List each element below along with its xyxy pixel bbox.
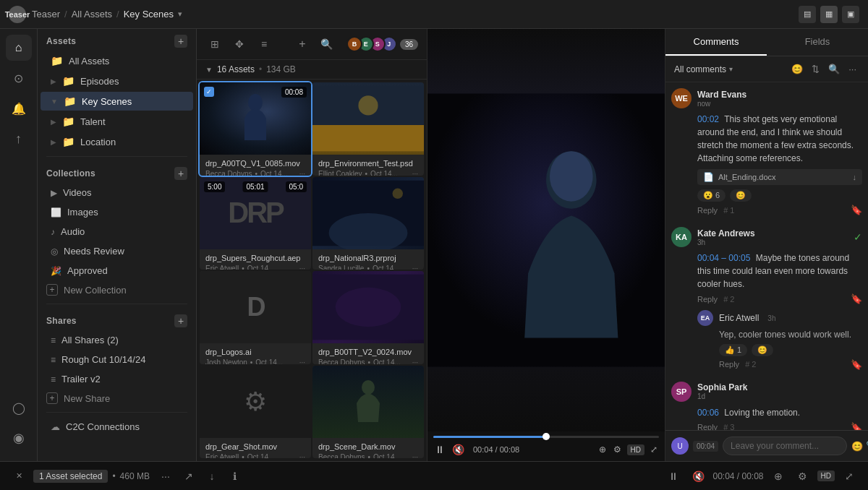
tab-fields[interactable]: Fields: [767, 29, 868, 56]
add-shares-btn[interactable]: +: [174, 314, 187, 327]
settings-status-btn[interactable]: ⚙: [793, 466, 813, 486]
comment-input-field[interactable]: [723, 437, 847, 455]
new-share-btn[interactable]: + New Share: [38, 389, 196, 408]
reaction-btn-1[interactable]: 😮 6: [697, 189, 726, 202]
mute-status-btn[interactable]: 🔇: [688, 466, 708, 486]
search-comments-btn[interactable]: 🔍: [825, 62, 843, 76]
tab-comments[interactable]: Comments: [665, 29, 767, 56]
sidebar-item-rough-cut[interactable]: ≡ Rough Cut 10/14/24: [41, 351, 193, 369]
asset-checkbox-1[interactable]: ✓: [204, 87, 214, 97]
share-status-btn[interactable]: ↗: [179, 466, 199, 486]
asset-thumb-4: [312, 177, 424, 249]
add-asset-btn[interactable]: +: [293, 35, 312, 53]
sidebar-item-location[interactable]: ▶ 📁 Location: [41, 132, 193, 151]
icon-bar: ⌂ ⊙ 🔔 ↑ ◯ ◉: [0, 29, 38, 461]
comment-2-bookmark[interactable]: 🔖: [851, 293, 862, 304]
quality-badge[interactable]: HD: [627, 444, 644, 455]
video-progress[interactable]: [433, 436, 659, 438]
home-nav-btn[interactable]: ⌂: [6, 35, 32, 61]
sidebar-item-key-scenes[interactable]: ▼ 📁 Key Scenes: [41, 92, 193, 111]
mute-btn[interactable]: 🔇: [451, 442, 466, 457]
upload-nav-btn[interactable]: ↑: [6, 126, 32, 152]
sidebar-item-images[interactable]: ⬜ Images: [41, 203, 193, 221]
asset-card-2[interactable]: drp_Environment_Test.psd Elliot Coakley …: [312, 82, 424, 176]
asset-more-1[interactable]: ···: [299, 170, 305, 176]
breadcrumb-all-assets[interactable]: All Assets: [72, 9, 112, 20]
move-btn[interactable]: ✥: [230, 35, 249, 53]
new-collection-btn[interactable]: + New Collection: [38, 280, 196, 299]
sidebar-item-talent[interactable]: ▶ 📁 Talent: [41, 112, 193, 131]
comment-2-timecode[interactable]: 00:04 – 00:05: [697, 253, 750, 263]
sidebar-item-trailer[interactable]: ≡ Trailer v2: [41, 370, 193, 388]
fullscreen-btn[interactable]: ⤢: [649, 443, 659, 456]
sidebar-item-audio[interactable]: ♪ Audio: [41, 223, 193, 241]
download-icon[interactable]: ↓: [853, 173, 857, 181]
add-collections-btn[interactable]: +: [174, 167, 187, 180]
reply-btn-2[interactable]: Reply: [697, 295, 718, 304]
marker-status-btn[interactable]: ⊕: [768, 466, 788, 486]
emoji-input-btn[interactable]: 😊: [851, 441, 863, 452]
close-selection-btn[interactable]: ✕: [9, 466, 29, 486]
add-reaction-btn-1[interactable]: 😊: [730, 189, 752, 202]
comment-1-bookmark[interactable]: 🔖: [851, 205, 862, 215]
more-comments-btn[interactable]: ···: [846, 62, 859, 76]
search-nav-btn[interactable]: ⊙: [6, 65, 32, 91]
asset-more-5[interactable]: ···: [299, 358, 305, 364]
comment-3-bookmark[interactable]: 🔖: [851, 422, 862, 430]
add-assets-btn[interactable]: +: [174, 35, 187, 48]
asset-more-6[interactable]: ···: [412, 358, 418, 364]
download-status-btn[interactable]: ↓: [202, 466, 222, 486]
comment-3-header: SP Sophia Park 1d: [671, 382, 862, 402]
comment-1-timecode[interactable]: 00:02: [697, 114, 719, 124]
grid-view-btn[interactable]: ⊞: [205, 35, 224, 53]
sidebar-item-episodes[interactable]: ▶ 📁 Episodes: [41, 72, 193, 90]
sidebar-item-c2c[interactable]: ☁ C2C Connections: [41, 418, 193, 436]
asset-card-7[interactable]: ⚙ drp_Gear_Shot.mov Eric Atwell • Oct 14…: [200, 366, 311, 459]
asset-card-5[interactable]: D drp_Logos.ai Josh Newton • Oct 14... ·…: [200, 271, 311, 364]
info-status-btn[interactable]: ℹ: [225, 466, 245, 486]
asset-more-7[interactable]: ···: [299, 453, 305, 459]
asset-more-8[interactable]: ···: [412, 453, 418, 459]
reply-reply-btn-1[interactable]: Reply: [719, 360, 739, 369]
sidebar-item-needs-review[interactable]: ◎ Needs Review: [41, 242, 193, 260]
reply-1-bookmark[interactable]: 🔖: [851, 359, 862, 370]
search-btn[interactable]: 🔍: [318, 35, 336, 53]
breadcrumb-teaser[interactable]: Teaser: [32, 9, 60, 20]
comment-3-timecode[interactable]: 00:06: [697, 408, 719, 418]
reply-add-reaction-1[interactable]: 😊: [752, 344, 773, 356]
view-toggle-1[interactable]: ▤: [799, 6, 816, 23]
more-status-btn[interactable]: ···: [156, 466, 176, 486]
play-status-btn[interactable]: ⏸: [663, 466, 684, 486]
asset-card-3[interactable]: 5:00 05:01 05:0 DRP drp_Supers_Roughcut.…: [200, 177, 311, 270]
breadcrumb-chevron[interactable]: ▾: [178, 9, 182, 19]
sidebar-item-approved[interactable]: 🎉 Approved: [41, 262, 193, 280]
asset-more-4[interactable]: ···: [412, 265, 418, 270]
asset-more-2[interactable]: ···: [412, 170, 418, 176]
sidebar-item-videos[interactable]: ▶ Videos: [41, 184, 193, 202]
sidebar-item-all-assets[interactable]: 📁 All Assets: [41, 51, 193, 70]
emoji-btn[interactable]: 😊: [788, 62, 806, 76]
add-marker-btn[interactable]: ⊕: [597, 443, 608, 456]
settings-video-btn[interactable]: ⚙: [612, 443, 623, 456]
reply-btn-1[interactable]: Reply: [697, 206, 718, 215]
asset-card-1[interactable]: ✓ 00:08 drp_A00TQ_V1_0085.mov Becca Doby…: [200, 82, 311, 176]
fullscreen-status-btn[interactable]: ⤢: [839, 466, 859, 486]
sort-btn[interactable]: ⇅: [809, 62, 822, 76]
bell-nav-btn[interactable]: 🔔: [6, 95, 32, 121]
sidebar-item-all-shares[interactable]: ≡ All Shares (2): [41, 331, 193, 349]
view-toggle-3[interactable]: ▣: [842, 6, 859, 23]
all-comments-filter[interactable]: All comments ▾: [674, 64, 733, 74]
asset-card-4[interactable]: drp_NationalR3.prproj Sandra Lucille • O…: [312, 177, 424, 270]
videos-icon: ▶: [51, 188, 57, 198]
view-toggle-2[interactable]: ▦: [820, 6, 838, 23]
asset-card-6[interactable]: 00:10 drp_B00TT_V2_0024.mov Becca Dobyns…: [312, 271, 424, 364]
user-nav-btn[interactable]: ◯: [6, 395, 32, 421]
asset-more-3[interactable]: ···: [299, 265, 305, 270]
settings-nav-btn[interactable]: ◉: [6, 425, 32, 451]
asset-card-8[interactable]: drp_Scene_Dark.mov Becca Dobyns • Oct 14…: [312, 366, 424, 459]
play-pause-btn[interactable]: ⏸: [433, 442, 446, 457]
hd-badge-status[interactable]: HD: [817, 470, 835, 481]
list-view-btn[interactable]: ≡: [255, 35, 273, 53]
reply-btn-3[interactable]: Reply: [697, 423, 718, 430]
reply-reaction-1[interactable]: 👍 1: [719, 344, 747, 356]
